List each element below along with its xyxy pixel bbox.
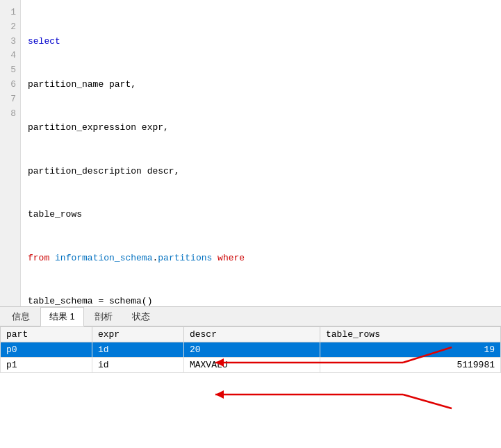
- line-num-5: 5: [4, 63, 16, 78]
- results-area: part expr descr table_rows p0 id 20 19 p…: [0, 326, 501, 448]
- tab-info[interactable]: 信息: [3, 307, 39, 326]
- cell-descr: 20: [183, 342, 320, 358]
- cell-part: p0: [1, 342, 92, 358]
- line-num-4: 4: [4, 49, 16, 63]
- table-row[interactable]: p0 id 20 19: [1, 342, 501, 358]
- col-header-expr: expr: [92, 327, 183, 342]
- code-line-7: table_schema = schema(): [28, 294, 494, 306]
- table-row[interactable]: p1 id MAXVALU 5119981: [1, 358, 501, 373]
- tab-result1[interactable]: 结果 1: [40, 307, 84, 326]
- col-header-table-rows: table_rows: [320, 327, 500, 342]
- svg-marker-4: [215, 390, 224, 399]
- line-numbers: 1 2 3 4 5 6 7 8: [0, 0, 21, 306]
- line-num-7: 7: [4, 92, 16, 107]
- cell-part: p1: [1, 358, 92, 373]
- col-header-descr: descr: [183, 327, 320, 342]
- code-line-6: from information_schema.partitions where: [28, 251, 494, 266]
- line-num-2: 2: [4, 20, 16, 35]
- line-num-8: 8: [4, 107, 16, 122]
- cell-expr: id: [92, 358, 183, 373]
- cell-table-rows: 5119981: [320, 358, 500, 373]
- editor-area: 1 2 3 4 5 6 7 8 select partition_name pa…: [0, 0, 501, 307]
- col-header-part: part: [1, 327, 92, 342]
- table-header-row: part expr descr table_rows: [1, 327, 501, 342]
- arrow-2: [215, 390, 452, 408]
- tabs-bar: 信息 结果 1 剖析 状态: [0, 307, 501, 326]
- tab-profile[interactable]: 剖析: [85, 307, 122, 326]
- code-line-3: partition_expression expr,: [28, 121, 494, 135]
- line-num-3: 3: [4, 35, 16, 49]
- code-line-4: partition_description descr,: [28, 165, 494, 179]
- code-line-5: table_rows: [28, 208, 494, 222]
- code-content[interactable]: select partition_name part, partition_ex…: [21, 0, 501, 306]
- tab-status[interactable]: 状态: [123, 307, 159, 326]
- cell-table-rows: 19: [320, 342, 500, 358]
- results-table: part expr descr table_rows p0 id 20 19 p…: [0, 326, 501, 373]
- code-line-1: select: [28, 35, 494, 49]
- cell-expr: id: [92, 342, 183, 358]
- line-num-1: 1: [4, 6, 16, 20]
- code-line-2: partition_name part,: [28, 78, 494, 92]
- svg-line-5: [403, 395, 452, 408]
- cell-descr: MAXVALU: [183, 358, 320, 373]
- line-num-6: 6: [4, 78, 16, 92]
